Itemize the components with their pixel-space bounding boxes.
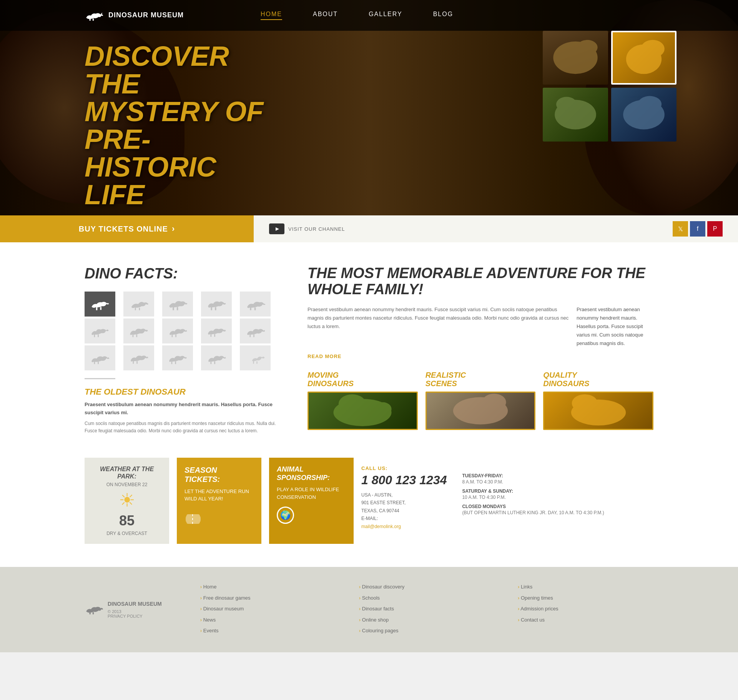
footer-link-facts[interactable]: Dinosaur facts xyxy=(359,604,495,613)
svg-rect-13 xyxy=(100,307,101,310)
dino-grid-item-14[interactable] xyxy=(201,345,232,370)
contact-info: Call Us: 1 800 123 1234 USA - Austin, 90… xyxy=(361,465,447,536)
footer-link-shop[interactable]: Online shop xyxy=(359,615,495,624)
footer: Dinosaur Museum © 2013 Privacy Policy Ho… xyxy=(0,567,738,652)
feature-realistic-scenes: Realistic Scenes xyxy=(426,371,536,430)
footer-col-2: Dinosaur discovery Schools Dinosaur fact… xyxy=(359,582,495,637)
svg-rect-19 xyxy=(215,307,216,310)
call-us-label: Call Us: xyxy=(361,465,447,471)
svg-rect-29 xyxy=(214,334,215,337)
adventure-title: The Most Memorable Adventure For The Who… xyxy=(308,265,653,298)
address-line2: 901 Easte Street, xyxy=(361,500,406,505)
svg-rect-22 xyxy=(94,334,95,337)
dino-grid-item-7[interactable] xyxy=(123,318,154,343)
footer-link-links[interactable]: Links xyxy=(518,582,653,591)
youtube-area[interactable]: Visit Our Channel xyxy=(269,223,345,234)
svg-rect-36 xyxy=(171,361,172,364)
main-nav: Home About Gallery Blog xyxy=(261,11,453,20)
dino-grid-item-15[interactable] xyxy=(240,345,271,370)
footer-logo: Dinosaur Museum © 2013 Privacy Policy xyxy=(85,582,162,637)
footer-link-home[interactable]: Home xyxy=(200,582,336,591)
buy-tickets-button[interactable]: Buy Tickets Online › xyxy=(0,215,254,242)
dino-grid-item-2[interactable] xyxy=(123,292,154,317)
svg-rect-21 xyxy=(254,307,256,310)
svg-rect-17 xyxy=(176,307,178,310)
footer-link-contact[interactable]: Contact us xyxy=(518,615,653,624)
svg-rect-15 xyxy=(139,308,140,310)
pinterest-button[interactable]: P xyxy=(707,221,723,237)
dino-grid-item-12[interactable] xyxy=(123,345,154,370)
logo[interactable]: Dinosaur Museum xyxy=(85,10,184,21)
hours-row-3: Closed Mondays (But open Martin Luther K… xyxy=(462,504,604,515)
dino-grid-item-13[interactable] xyxy=(162,345,193,370)
main-content: Dino Facts: xyxy=(0,242,738,458)
arrow-icon: › xyxy=(172,224,175,234)
hero-image-3 xyxy=(543,88,608,142)
tickets-bar: Buy Tickets Online › Visit Our Channel 𝕏… xyxy=(0,215,738,242)
hero-image-4 xyxy=(611,88,676,142)
nav-blog[interactable]: Blog xyxy=(433,11,453,20)
social-bar: Visit Our Channel 𝕏 f P xyxy=(254,215,738,242)
adventure-section: The Most Memorable Adventure For The Who… xyxy=(308,265,653,435)
oldest-dino-text-bold: Praesent vestibulum aenean nonummy hendr… xyxy=(85,401,277,417)
svg-rect-24 xyxy=(132,334,133,337)
footer-link-museum[interactable]: Dinosaur museum xyxy=(200,604,336,613)
address-line3: Texas, CA 90744 xyxy=(361,508,399,513)
dino-facts-title: Dino Facts: xyxy=(85,265,277,282)
read-more-link[interactable]: Read More xyxy=(308,353,653,359)
footer-link-schools[interactable]: Schools xyxy=(359,593,495,602)
twitter-button[interactable]: 𝕏 xyxy=(673,221,688,237)
feature-moving-image xyxy=(308,392,418,430)
dino-grid-item-3[interactable] xyxy=(162,292,193,317)
feature-realistic-title: Realistic Scenes xyxy=(426,371,536,388)
youtube-label: Visit Our Channel xyxy=(288,226,345,232)
dino-grid-item-11[interactable] xyxy=(85,345,115,370)
dino-grid-item-9[interactable] xyxy=(201,318,232,343)
phone-number: 1 800 123 1234 xyxy=(361,473,447,487)
footer-link-colouring[interactable]: Colouring pages xyxy=(359,626,495,635)
footer-link-events[interactable]: Events xyxy=(200,626,336,635)
svg-rect-53 xyxy=(93,612,94,614)
svg-rect-33 xyxy=(98,362,99,364)
footer-privacy: Privacy Policy xyxy=(108,614,162,618)
footer-link-games[interactable]: Free dinosaur games xyxy=(200,593,336,602)
svg-point-3 xyxy=(577,40,598,55)
dino-grid-item-1[interactable] xyxy=(85,292,115,317)
nav-home[interactable]: Home xyxy=(261,11,282,20)
feature-moving-title: Moving Dinosaurs xyxy=(308,371,418,388)
address-text: USA - Austin, 901 Easte Street, Texas, C… xyxy=(361,491,447,530)
footer-link-opening[interactable]: Opening times xyxy=(518,593,653,602)
footer-link-news[interactable]: News xyxy=(200,615,336,624)
weather-widget: Weather At The Park: On November 22 ☀ 85… xyxy=(85,458,169,544)
svg-point-7 xyxy=(556,97,577,112)
email-link[interactable]: mail@demolink.org xyxy=(361,524,401,529)
nav-about[interactable]: About xyxy=(313,11,338,20)
footer-link-discovery[interactable]: Dinosaur discovery xyxy=(359,582,495,591)
dino-grid-item-6[interactable] xyxy=(85,318,115,343)
dino-grid-item-5[interactable] xyxy=(240,292,271,317)
svg-rect-38 xyxy=(210,361,211,364)
nav-gallery[interactable]: Gallery xyxy=(369,11,402,20)
svg-rect-39 xyxy=(214,361,215,364)
facebook-button[interactable]: f xyxy=(690,221,705,237)
weather-sun-icon: ☀ xyxy=(92,489,161,511)
hours-row-1: Tuesday-Friday: 8 A.M. to 4:30 P.M. xyxy=(462,473,604,485)
bottom-widgets: Weather At The Park: On November 22 ☀ 85… xyxy=(0,458,738,567)
svg-rect-23 xyxy=(98,334,99,337)
dino-grid-item-8[interactable] xyxy=(162,318,193,343)
feature-quality-image xyxy=(543,392,653,430)
dino-grid-item-4[interactable] xyxy=(201,292,232,317)
dino-grid-item-10[interactable] xyxy=(240,318,271,343)
svg-rect-27 xyxy=(175,334,176,337)
footer-col-1: Home Free dinosaur games Dinosaur museum… xyxy=(200,582,336,637)
hours-day-2: Saturday & Sunday: xyxy=(462,488,604,494)
svg-point-48 xyxy=(572,394,598,412)
social-icons: 𝕏 f P xyxy=(673,221,723,237)
hero-image-2 xyxy=(611,31,676,85)
svg-rect-18 xyxy=(211,307,212,310)
hours-time-2: 10 A.M. to 4:30 P.M. xyxy=(462,495,604,500)
address-line1: USA - Austin, xyxy=(361,492,392,498)
logo-dino-icon xyxy=(85,10,104,21)
footer-link-admission[interactable]: Admission prices xyxy=(518,604,653,613)
adventure-content: Praesent vestibulum aenean nonummy hendr… xyxy=(308,305,653,348)
